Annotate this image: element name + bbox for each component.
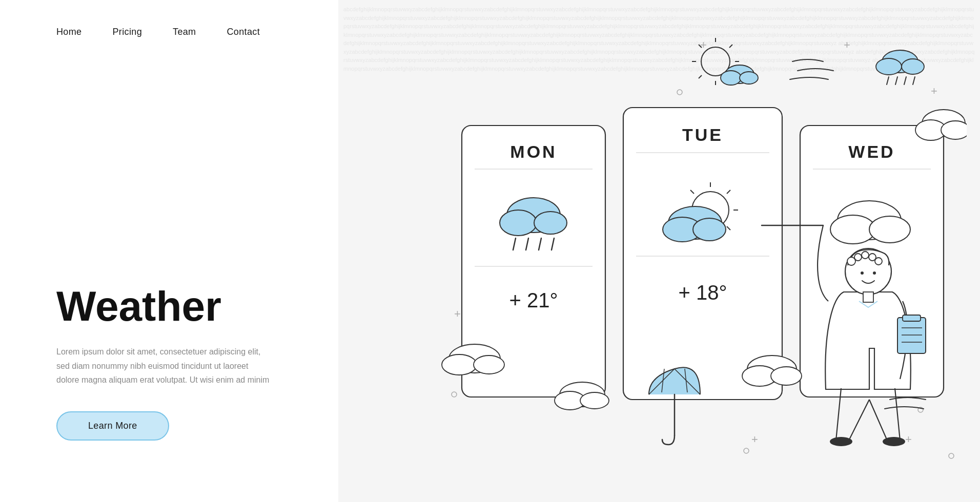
- svg-point-45: [500, 210, 537, 236]
- svg-text:+: +: [905, 433, 912, 446]
- svg-point-92: [883, 437, 905, 446]
- svg-text:MON: MON: [510, 142, 557, 161]
- svg-point-100: [474, 355, 504, 374]
- learn-more-button[interactable]: Learn More: [56, 411, 169, 441]
- svg-point-106: [771, 367, 802, 385]
- svg-point-103: [580, 392, 609, 409]
- svg-text:+: +: [700, 38, 707, 51]
- svg-point-15: [744, 448, 749, 453]
- svg-rect-84: [863, 292, 873, 302]
- svg-point-32: [876, 58, 902, 75]
- svg-line-26: [699, 75, 702, 78]
- svg-rect-87: [903, 315, 921, 321]
- right-panel: abcdefghijklmnopqrstuvwxyzabcdefghijklmn…: [338, 0, 980, 502]
- svg-point-83: [873, 271, 876, 275]
- nav-team[interactable]: Team: [173, 27, 196, 37]
- svg-point-82: [861, 271, 864, 275]
- svg-point-81: [875, 258, 882, 265]
- svg-point-46: [534, 212, 567, 234]
- nav-pricing[interactable]: Pricing: [112, 27, 142, 37]
- svg-rect-53: [623, 108, 782, 400]
- svg-line-35: [895, 77, 897, 85]
- svg-text:+ 18°: + 18°: [679, 281, 727, 304]
- left-panel: Home Pricing Team Contact Weather Lorem …: [0, 0, 338, 502]
- nav-home[interactable]: Home: [56, 27, 81, 37]
- page-title: Weather: [56, 284, 338, 328]
- svg-point-91: [830, 437, 852, 446]
- svg-text:WED: WED: [848, 142, 895, 161]
- svg-point-18: [452, 392, 457, 397]
- svg-point-17: [949, 453, 954, 458]
- svg-point-75: [869, 216, 910, 243]
- svg-rect-86: [897, 318, 926, 353]
- svg-point-79: [862, 252, 869, 259]
- svg-line-37: [913, 77, 915, 85]
- svg-point-99: [442, 354, 477, 375]
- weather-illustration: + + + + + + + + +: [338, 0, 980, 502]
- svg-point-74: [830, 215, 875, 244]
- svg-text:+: +: [931, 85, 937, 97]
- svg-text:+ 21°: + 21°: [509, 289, 558, 311]
- hero-section: Weather Lorem ipsum dolor sit amet, cons…: [56, 284, 338, 502]
- svg-text:TUE: TUE: [682, 125, 723, 144]
- svg-point-30: [740, 72, 758, 84]
- svg-point-9: [677, 90, 682, 95]
- svg-text:+: +: [751, 433, 758, 446]
- svg-point-78: [854, 254, 862, 261]
- svg-line-36: [904, 77, 906, 85]
- svg-point-67: [693, 218, 726, 241]
- svg-line-34: [887, 77, 889, 85]
- hero-description: Lorem ipsum dolor sit amet, consectetuer…: [56, 345, 272, 387]
- svg-point-33: [902, 59, 924, 74]
- navigation: Home Pricing Team Contact: [56, 0, 338, 37]
- weather-svg: + + + + + + + + +: [352, 10, 967, 492]
- svg-point-29: [721, 71, 741, 85]
- svg-point-109: [941, 121, 967, 139]
- svg-text:+: +: [844, 38, 850, 51]
- svg-text:+: +: [454, 307, 461, 320]
- nav-contact[interactable]: Contact: [227, 27, 260, 37]
- svg-line-27: [729, 45, 732, 48]
